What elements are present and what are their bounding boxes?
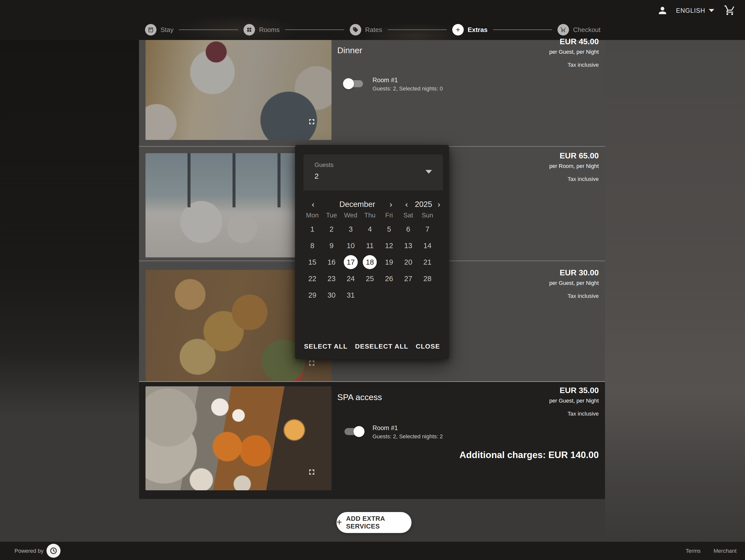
deselect-all-button[interactable]: DESELECT ALL xyxy=(355,342,408,350)
cart-icon[interactable] xyxy=(724,4,736,16)
stepper-connector xyxy=(285,30,344,30)
add-button-label: ADD EXTRA SERVICES xyxy=(346,515,412,530)
weekday-label: Wed xyxy=(341,209,360,221)
next-year-icon[interactable]: › xyxy=(434,199,444,210)
room-toggle[interactable] xyxy=(343,78,364,90)
extra-tax: Tax inclusive xyxy=(424,176,599,183)
calendar-day[interactable]: 27 xyxy=(399,270,418,287)
chevron-down-icon xyxy=(709,9,714,12)
calendar-day[interactable]: 16 xyxy=(322,254,341,270)
calendar-day[interactable]: 4 xyxy=(360,221,380,237)
toggle-knob xyxy=(354,426,364,437)
calendar-day[interactable]: 2 xyxy=(322,221,341,237)
calendar-day-number: 30 xyxy=(324,288,338,302)
price-block: EUR 65.00 per Room, per Night Tax inclus… xyxy=(424,151,599,183)
extra-unit: per Room, per Night xyxy=(424,163,599,169)
extra-card-spa: SPA access EUR 35.00 per Guest, per Nigh… xyxy=(139,382,605,499)
calendar-day[interactable]: 15 xyxy=(303,254,322,270)
calendar-day[interactable]: 1 xyxy=(303,221,322,237)
calendar-day[interactable]: 31 xyxy=(341,287,360,303)
calendar-day[interactable]: 23 xyxy=(322,270,341,287)
calendar-day[interactable]: 5 xyxy=(380,221,399,237)
calendar-day[interactable]: 30 xyxy=(322,287,341,303)
extra-unit: per Guest, per Night xyxy=(424,398,599,404)
calendar-day[interactable]: 17 xyxy=(341,254,360,270)
popup-actions: SELECT ALL DESELECT ALL CLOSE xyxy=(295,340,449,353)
calendar-day-number: 28 xyxy=(421,272,434,286)
calendar-day[interactable]: 10 xyxy=(341,237,360,254)
calendar-day-number: 4 xyxy=(363,222,377,236)
calendar-day[interactable]: 14 xyxy=(418,237,437,254)
calendar-day[interactable]: 20 xyxy=(399,254,418,270)
calendar-day-number: 20 xyxy=(401,255,415,269)
step-rooms[interactable]: Rooms xyxy=(244,24,280,35)
calendar-day[interactable]: 21 xyxy=(418,254,437,270)
step-rates[interactable]: Rates xyxy=(350,24,382,35)
fullscreen-icon[interactable] xyxy=(308,118,316,126)
weekday-label: Sun xyxy=(418,209,437,221)
calendar-day[interactable]: 26 xyxy=(380,270,399,287)
step-checkout[interactable]: Checkout xyxy=(557,24,601,35)
price-block: EUR 45.00 per Guest, per Night Tax inclu… xyxy=(424,37,599,68)
month-label: December xyxy=(331,200,384,209)
calendar-day-number: 8 xyxy=(305,239,319,253)
powered-by-logo[interactable] xyxy=(46,544,61,558)
prev-year-icon[interactable]: ‹ xyxy=(401,199,412,210)
extra-unit: per Guest, per Night xyxy=(424,49,599,55)
merchant-link[interactable]: Merchant xyxy=(713,548,737,554)
add-extra-services-button[interactable]: + ADD EXTRA SERVICES xyxy=(336,512,412,533)
step-stay[interactable]: Stay xyxy=(145,24,173,35)
language-selector[interactable]: ENGLISH xyxy=(676,5,714,15)
extra-tax: Tax inclusive xyxy=(424,293,599,299)
close-button[interactable]: CLOSE xyxy=(416,342,440,350)
calendar-day[interactable]: 28 xyxy=(418,270,437,287)
extra-tax: Tax inclusive xyxy=(424,410,599,417)
calendar-day[interactable]: 13 xyxy=(399,237,418,254)
calendar-day-number: 18 xyxy=(363,255,377,269)
calendar-day-number: 16 xyxy=(324,255,338,269)
step-label: Checkout xyxy=(573,26,601,34)
calendar-day[interactable]: 11 xyxy=(360,237,380,254)
booking-stepper: Stay Rooms Rates Extras xyxy=(145,21,601,38)
calendar-day[interactable]: 22 xyxy=(303,270,322,287)
step-label: Extras xyxy=(468,26,488,34)
calendar-day[interactable]: 19 xyxy=(380,254,399,270)
prev-month-icon[interactable]: ‹ xyxy=(308,199,318,210)
fullscreen-icon[interactable] xyxy=(308,468,316,476)
fullscreen-icon[interactable] xyxy=(308,359,316,367)
extra-price: EUR 35.00 xyxy=(424,386,599,395)
calendar-day-number: 11 xyxy=(363,239,377,253)
stepper-connector xyxy=(179,30,238,30)
terms-link[interactable]: Terms xyxy=(685,548,701,554)
account-icon[interactable] xyxy=(657,5,668,16)
calendar-day[interactable]: 18 xyxy=(360,254,380,270)
calendar-day-number: 21 xyxy=(421,255,434,269)
calendar-day-number: 13 xyxy=(401,239,415,253)
select-all-button[interactable]: SELECT ALL xyxy=(304,342,348,350)
room-row: Room #1 Guests: 2, Selected nights: 2 xyxy=(343,424,593,442)
calendar-day[interactable]: 9 xyxy=(322,237,341,254)
calendar-day[interactable]: 3 xyxy=(341,221,360,237)
calendar-day[interactable]: 24 xyxy=(341,270,360,287)
extra-tax: Tax inclusive xyxy=(424,62,599,68)
calendar-day[interactable]: 12 xyxy=(380,237,399,254)
toggle-knob xyxy=(343,78,354,89)
calendar-day[interactable]: 6 xyxy=(399,221,418,237)
extra-title: Dinner xyxy=(337,45,362,55)
backdrop-right xyxy=(605,40,745,542)
guests-select[interactable]: Guests 2 xyxy=(303,155,443,190)
plus-icon: + xyxy=(336,517,342,527)
calendar-day-number: 19 xyxy=(382,255,396,269)
calendar-day-number: 15 xyxy=(305,255,319,269)
calendar-day[interactable]: 29 xyxy=(303,287,322,303)
calendar-day[interactable]: 7 xyxy=(418,221,437,237)
calendar-day[interactable]: 8 xyxy=(303,237,322,254)
additional-charges: Additional charges: EUR 140.00 xyxy=(349,450,599,460)
calendar-grid: MonTueWedThuFriSatSun1234567891011121314… xyxy=(303,209,437,303)
room-toggle[interactable] xyxy=(343,426,364,437)
room-name: Room #1 xyxy=(372,76,398,84)
next-month-icon[interactable]: › xyxy=(386,199,396,210)
calendar-day[interactable]: 25 xyxy=(360,270,380,287)
calendar-day-number: 29 xyxy=(305,288,319,302)
step-extras[interactable]: Extras xyxy=(452,24,488,35)
